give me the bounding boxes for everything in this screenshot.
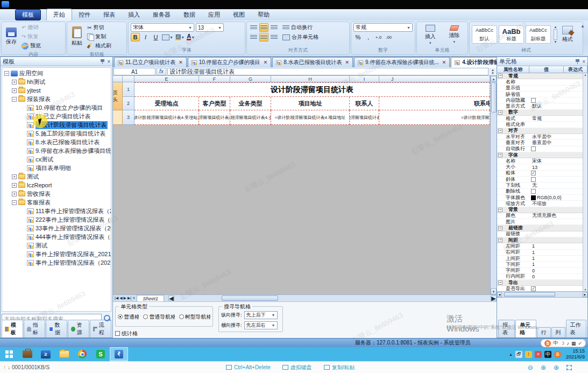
document-tab[interactable]: 8.水表已报验项目统计表 ✕: [272, 57, 353, 67]
align-center-button[interactable]: [259, 33, 268, 41]
cell-j3[interactable]: =设计阶段滞留项目统计表4.联系电话: [379, 110, 490, 125]
taskbar-app-report-designer[interactable]: [110, 347, 128, 361]
ribbon-tab[interactable]: 帮助: [251, 9, 276, 20]
sheet-tab[interactable]: Sheet1: [137, 295, 164, 301]
tree-item[interactable]: 10.停留在立户步骤的项目: [2, 103, 111, 112]
horizontal-scroll-thumb[interactable]: [222, 295, 278, 301]
insert-cells-button[interactable]: 插入▼: [423, 24, 438, 45]
close-tab-icon[interactable]: ✕: [179, 60, 183, 65]
add-sheet-icon[interactable]: +: [132, 295, 135, 301]
tree-item[interactable]: 测试: [2, 172, 111, 181]
ribbon-tab[interactable]: 控件: [72, 9, 97, 20]
cell-h2[interactable]: 项目地址: [271, 97, 350, 110]
ime-halfwidth-icon[interactable]: ☽: [560, 341, 564, 346]
property-row[interactable]: − 是否导出: [497, 286, 587, 292]
taskbar-app-explorer[interactable]: [55, 347, 73, 361]
sogou-logo-icon[interactable]: S: [544, 340, 551, 347]
tree-expander-icon[interactable]: [12, 80, 17, 85]
pin-icon[interactable]: [101, 59, 104, 64]
copy-paste-button[interactable]: 复制/粘贴: [324, 364, 355, 371]
group-collapse-icon[interactable]: −: [498, 280, 502, 285]
tree-item[interactable]: 报装报表: [2, 95, 111, 103]
cell-type-radio[interactable]: 普通导航格: [143, 313, 174, 321]
formula-bar-expand-icon[interactable]: ▲▼: [490, 68, 496, 75]
tree-expander-icon[interactable]: [12, 200, 17, 205]
last-sheet-icon[interactable]: ▶|: [127, 296, 131, 300]
cell-i3[interactable]: =设计阶段滞留项目统计表4.联系人: [350, 110, 379, 125]
increase-decimal-button[interactable]: +.0: [374, 33, 383, 41]
tree-expander-icon[interactable]: [12, 174, 17, 179]
ime-keyboard-icon[interactable]: ▦: [571, 341, 576, 346]
ribbon-tab[interactable]: 应用: [202, 9, 226, 20]
column-header[interactable]: I: [350, 76, 379, 82]
borders-button[interactable]: ▼: [161, 33, 174, 41]
horizontal-search-select[interactable]: 先左后右▼: [244, 321, 278, 329]
ribbon-tab[interactable]: 插入: [122, 9, 146, 20]
scroll-down-icon[interactable]: ▼: [491, 288, 497, 294]
document-tab[interactable]: 11.已立户项目统计表 ✕: [114, 57, 187, 67]
ribbon-tab[interactable]: 视图: [226, 9, 251, 20]
tree-item[interactable]: 营收报表: [2, 189, 111, 198]
ime-toolbar[interactable]: S 中 ☽ ♪ ▦ ✓: [541, 339, 586, 347]
tree-item[interactable]: 项目表单明细: [2, 164, 111, 172]
ribbon-tab[interactable]: 数据: [177, 9, 202, 20]
preview-button[interactable]: 预览: [20, 41, 42, 50]
ribbon-collapse-icon[interactable]: ▲: [580, 24, 585, 29]
align-right-button[interactable]: [270, 33, 279, 41]
bold-button[interactable]: B: [131, 33, 140, 41]
style-title[interactable]: AaBb 标题: [499, 25, 524, 44]
group-collapse-icon[interactable]: −: [498, 208, 502, 212]
prop-control-icon[interactable]: [531, 98, 536, 103]
tree-item[interactable]: 测试: [2, 241, 111, 250]
group-collapse-icon[interactable]: −: [498, 129, 502, 133]
cell-i2[interactable]: 联系人: [350, 97, 379, 110]
band-cell[interactable]: [113, 110, 123, 125]
close-tab-icon[interactable]: ✕: [345, 60, 350, 65]
formula-input[interactable]: 设计阶段滞留项目统计表: [167, 68, 488, 75]
italic-button[interactable]: I: [141, 33, 150, 41]
group-collapse-icon[interactable]: −: [498, 110, 502, 115]
prev-sheet-icon[interactable]: ◀: [119, 296, 122, 300]
tree-item[interactable]: 33事件上报管理情况报表（2021年1月）: [2, 224, 111, 233]
tree-item[interactable]: yjtest: [2, 86, 111, 95]
percent-button[interactable]: %: [353, 33, 363, 41]
tray-audio-icon[interactable]: ×: [535, 351, 542, 358]
format-painter-button[interactable]: 格式刷: [86, 41, 112, 50]
scroll-left-icon[interactable]: ◀: [168, 295, 174, 301]
taskbar-clock[interactable]: 15:15 2021/6/9: [564, 348, 585, 360]
cut-button[interactable]: ✂剪切: [86, 23, 112, 32]
tree-expander-icon[interactable]: [4, 71, 9, 76]
number-format-combo[interactable]: 常规▼: [353, 23, 413, 32]
prop-control-icon[interactable]: [531, 286, 536, 291]
property-scrollbar[interactable]: ▲▼: [583, 73, 587, 291]
stats-cell-checkbox[interactable]: 统计格: [115, 330, 138, 337]
property-hscrollbar[interactable]: ◀▶: [497, 292, 587, 298]
page-header-band[interactable]: 页头: [113, 82, 123, 110]
ribbon-tab[interactable]: 报表: [97, 9, 122, 20]
tree-expander-icon[interactable]: [12, 192, 17, 196]
tree-item[interactable]: 11.已立户项目统计表: [2, 112, 111, 121]
tree-item[interactable]: lczReport: [2, 181, 111, 189]
vertical-scroll-thumb[interactable]: [491, 82, 497, 112]
cell-e3[interactable]: =设计阶段滞留项目统计表4.受理站点: [134, 110, 199, 125]
document-tab[interactable]: 10.停留在立户步骤的项目 ✕: [188, 57, 271, 67]
tree-item[interactable]: 4.设计阶段滞留项目统计表: [2, 121, 111, 129]
document-tab[interactable]: 9.停留在水表报验步骤项目统... ✕: [354, 57, 450, 67]
first-sheet-icon[interactable]: |◀: [115, 296, 118, 300]
taskbar-app-chrome[interactable]: [73, 347, 91, 361]
horizontal-scrollbar[interactable]: ◀ ▶: [168, 295, 497, 301]
next-sheet-icon[interactable]: ▶: [124, 296, 126, 300]
taskbar-app-sogou[interactable]: S: [91, 347, 110, 361]
close-panel-icon[interactable]: ×: [107, 59, 110, 65]
group-collapse-icon[interactable]: −: [498, 74, 502, 78]
ribbon-tab[interactable]: 开始: [46, 9, 72, 20]
tree-item[interactable]: 8.水表已报验项目统计表: [2, 138, 111, 146]
clear-cells-button[interactable]: 清除▼: [447, 25, 462, 44]
group-collapse-icon[interactable]: −: [498, 153, 502, 157]
fullscreen-icon[interactable]: [566, 365, 572, 370]
pin-icon[interactable]: [576, 59, 579, 64]
tree-item[interactable]: 5.施工阶段滞留项目统计表: [2, 129, 111, 138]
left-panel-tab[interactable]: 指标: [24, 320, 45, 337]
row-header[interactable]: 2: [123, 97, 134, 110]
paste-button[interactable]: 粘贴: [69, 26, 84, 47]
